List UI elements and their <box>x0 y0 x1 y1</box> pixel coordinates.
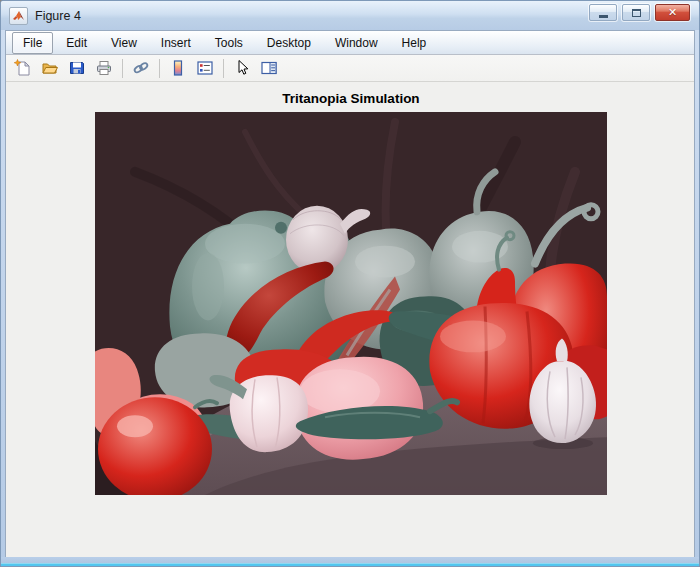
legend-icon <box>196 59 214 77</box>
window-frame-bottom <box>1 557 699 566</box>
peppers-tritanopia-image <box>95 112 607 495</box>
minimize-icon <box>599 15 608 18</box>
menu-window[interactable]: Window <box>324 32 389 54</box>
figure-window: Figure 4 ✕ File Edit View Insert Tools D… <box>0 0 700 567</box>
menu-edit[interactable]: Edit <box>55 32 98 54</box>
link-chain-icon <box>132 59 150 77</box>
figure-toolbar <box>6 55 694 82</box>
save-figure-button[interactable] <box>65 57 89 80</box>
close-icon: ✕ <box>668 7 677 18</box>
insert-colorbar-button[interactable] <box>166 57 190 80</box>
colorbar-icon <box>169 59 187 77</box>
menu-tools[interactable]: Tools <box>204 32 254 54</box>
matlab-logo-icon[interactable] <box>9 7 28 25</box>
frame-accent-line <box>1 564 699 566</box>
maximize-button[interactable] <box>622 4 650 21</box>
menu-view[interactable]: View <box>100 32 148 54</box>
toolbar-separator <box>223 59 224 78</box>
open-file-button[interactable] <box>38 57 62 80</box>
menu-bar: File Edit View Insert Tools Desktop Wind… <box>6 31 694 55</box>
printer-icon <box>95 59 113 77</box>
insert-legend-button[interactable] <box>193 57 217 80</box>
figure-canvas: Tritanopia Simulation <box>6 82 694 560</box>
figure-title: Tritanopia Simulation <box>95 91 607 106</box>
new-document-icon <box>14 59 32 77</box>
close-button[interactable]: ✕ <box>655 4 690 21</box>
menu-desktop[interactable]: Desktop <box>256 32 322 54</box>
minimize-button[interactable] <box>589 4 617 21</box>
titlebar[interactable]: Figure 4 ✕ <box>1 1 699 30</box>
window-title: Figure 4 <box>35 9 81 23</box>
new-figure-button[interactable] <box>11 57 35 80</box>
window-controls: ✕ <box>589 4 690 21</box>
plot-tools-panel-icon <box>260 59 278 77</box>
cursor-arrow-icon <box>233 59 251 77</box>
matlab-membrane-glyph <box>12 10 25 22</box>
show-plot-tools-button[interactable] <box>257 57 281 80</box>
open-folder-icon <box>41 59 59 77</box>
toolbar-separator <box>159 59 160 78</box>
save-floppy-icon <box>68 59 86 77</box>
edit-plot-button[interactable] <box>230 57 254 80</box>
menu-file[interactable]: File <box>12 32 53 54</box>
print-figure-button[interactable] <box>92 57 116 80</box>
maximize-icon <box>632 9 641 17</box>
menu-insert[interactable]: Insert <box>150 32 202 54</box>
client-area: File Edit View Insert Tools Desktop Wind… <box>5 30 695 557</box>
menu-help[interactable]: Help <box>391 32 438 54</box>
toolbar-separator <box>122 59 123 78</box>
link-plot-button[interactable] <box>129 57 153 80</box>
